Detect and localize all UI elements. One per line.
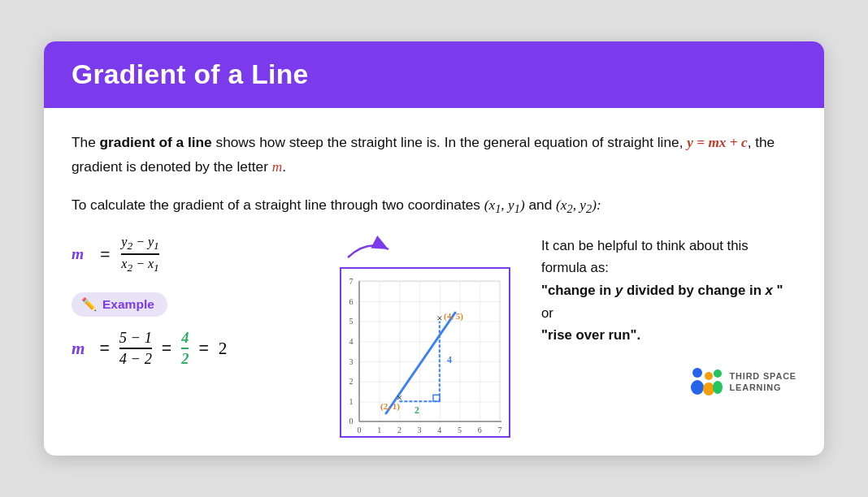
page-title: Gradient of a Line [72,59,796,90]
right-bold2: "rise over run". [541,327,640,343]
m-letter: m [272,159,282,175]
content-row: m = y2 − y1 x2 − x1 ✏️ Example m = [72,235,796,438]
coords2: (x2, y2): [556,197,601,213]
main-fraction-num: y2 − y1 [121,235,158,255]
svg-text:5: 5 [349,317,354,326]
svg-text:3: 3 [418,426,422,434]
graph-column: 0 1 2 3 4 5 6 7 0 1 2 3 4 5 [332,235,519,438]
svg-text:×: × [436,311,442,323]
svg-point-35 [713,381,723,394]
svg-text:4: 4 [349,337,354,346]
svg-text:0: 0 [349,417,354,426]
example-den-1: 4 − 2 [119,351,152,368]
svg-text:2: 2 [349,377,354,386]
svg-text:(2, 1): (2, 1) [380,401,400,412]
brand-logo-svg [688,366,723,397]
example-fraction-1: 5 − 1 4 − 2 [119,330,152,368]
svg-text:(4, 5): (4, 5) [444,311,463,322]
eq-sign-ex: = [99,339,109,358]
svg-text:7: 7 [498,426,502,434]
arrow-indicator [340,235,397,262]
right-or: or [541,305,553,321]
example-m: m [72,339,85,359]
equation-display: y = mx + c [687,135,747,150]
svg-point-31 [691,380,704,395]
brand-name-2: LEARNING [730,382,782,393]
brand-name-1: THIRD SPACE [730,370,796,382]
formula-m-label: m [72,245,84,263]
svg-text:1: 1 [349,397,354,406]
svg-point-33 [703,382,714,395]
eq-sign-ex3: = [198,339,208,358]
eq-sign-ex2: = [162,339,171,358]
svg-point-32 [705,372,713,380]
example-num-2: 4 [181,330,189,349]
right-bold1: "change in y divided by change in x " [541,283,783,298]
svg-text:0: 0 [358,426,362,434]
main-fraction-den: x2 − x1 [121,257,158,274]
right-column: It can be helpful to think about this fo… [519,235,796,398]
svg-text:3: 3 [349,357,354,365]
arrow-svg [340,235,397,262]
svg-text:1: 1 [377,426,381,434]
example-num-1: 5 − 1 [119,330,152,349]
svg-text:2: 2 [397,426,401,434]
pencil-icon: ✏️ [81,297,97,312]
svg-text:6: 6 [478,426,482,434]
brand-text: THIRD SPACE LEARNING [730,370,796,393]
intro-text-before: The [72,134,100,150]
intro-bold: gradient of a line [100,134,212,150]
calc-paragraph: To calculate the gradient of a straight … [72,193,796,219]
example-formula: m = 5 − 1 4 − 2 = 4 2 = 2 [72,330,332,368]
intro-period: . [282,158,286,175]
right-line1: It can be helpful to think about this fo… [541,238,749,276]
intro-text-mid: shows how steep the straight line is. In… [212,134,688,150]
svg-point-34 [714,370,722,378]
svg-text:7: 7 [349,276,354,285]
calc-text-1: To calculate the gradient of a straight … [72,197,484,213]
intro-paragraph: The gradient of a line shows how steep t… [72,131,796,179]
brand-row: THIRD SPACE LEARNING [541,366,796,397]
svg-point-30 [692,368,702,378]
example-fraction-2: 4 2 [181,330,189,368]
example-badge: ✏️ Example [72,292,167,317]
svg-text:6: 6 [349,296,354,305]
svg-text:5: 5 [458,426,462,434]
svg-text:2: 2 [414,404,419,416]
right-text-para: It can be helpful to think about this fo… [541,235,796,348]
example-result: 2 [219,339,228,359]
main-fraction: y2 − y1 x2 − x1 [121,235,158,274]
main-card: Gradient of a Line The gradient of a lin… [44,41,824,455]
coords1: (x1, y1) [484,197,525,213]
svg-text:4: 4 [447,354,452,365]
left-column: m = y2 − y1 x2 − x1 ✏️ Example m = [72,235,332,368]
graph-box: 0 1 2 3 4 5 6 7 0 1 2 3 4 5 [340,267,510,438]
example-label: Example [102,297,154,312]
card-header: Gradient of a Line [44,41,824,108]
card-body: The gradient of a line shows how steep t… [44,108,824,455]
graph-svg: 0 1 2 3 4 5 6 7 0 1 2 3 4 5 [341,269,512,439]
calc-text-2: and [525,197,556,213]
svg-text:4: 4 [437,426,441,434]
example-den-2: 2 [181,351,189,368]
eq-sign-main: = [100,244,110,264]
main-formula: m = y2 − y1 x2 − x1 [72,235,332,274]
